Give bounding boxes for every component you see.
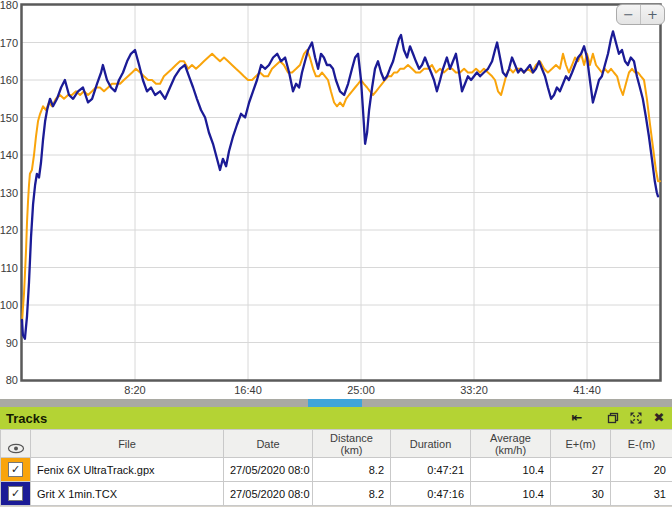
svg-text:160: 160 [0, 74, 18, 86]
table-row[interactable]: ✓Grit X 1min.TCX27/05/2020 08:08.20:47:1… [1, 482, 672, 506]
svg-text:110: 110 [0, 262, 18, 274]
visibility-checkbox[interactable]: ✓ [8, 462, 23, 477]
table-row[interactable]: ✓Fenix 6X UltraTrack.gpx27/05/2020 08:08… [1, 458, 672, 482]
column-header-date[interactable]: Date [224, 430, 313, 458]
cell-date: 27/05/2020 08:0 [224, 482, 313, 506]
chart-horizontal-scrollbar[interactable] [0, 399, 672, 407]
column-header-average[interactable]: Average (km/h) [471, 430, 551, 458]
column-header-eplus[interactable]: E+(m) [551, 430, 611, 458]
cell-average: 10.4 [471, 482, 551, 506]
close-icon[interactable]: ✖ [652, 411, 666, 425]
svg-text:140: 140 [0, 149, 18, 161]
collapse-left-icon[interactable]: ⇤ [570, 411, 584, 425]
track-comparison-chart: 18017016015014013012011010090808:2016:40… [0, 0, 672, 399]
cell-date: 27/05/2020 08:0 [224, 458, 313, 482]
svg-text:41:40: 41:40 [573, 384, 601, 396]
cell-eplus: 27 [551, 458, 611, 482]
tracks-table: File Date Distance (km) Duration Average… [0, 429, 672, 506]
maximize-icon[interactable] [629, 411, 643, 425]
table-header-row: File Date Distance (km) Duration Average… [1, 430, 672, 458]
cell-eminus: 20 [611, 458, 672, 482]
svg-text:120: 120 [0, 224, 18, 236]
svg-text:180: 180 [0, 0, 18, 11]
cell-duration: 0:47:16 [391, 482, 471, 506]
restore-window-icon[interactable] [606, 411, 620, 425]
svg-text:170: 170 [0, 37, 18, 49]
chart-canvas[interactable]: 18017016015014013012011010090808:2016:40… [0, 0, 672, 399]
visibility-checkbox[interactable]: ✓ [8, 486, 23, 501]
cell-file: Fenix 6X UltraTrack.gpx [31, 458, 224, 482]
column-header-distance[interactable]: Distance (km) [313, 430, 391, 458]
cell-duration: 0:47:21 [391, 458, 471, 482]
cell-average: 10.4 [471, 458, 551, 482]
cell-eplus: 30 [551, 482, 611, 506]
scrollbar-thumb[interactable] [308, 399, 362, 407]
svg-text:16:40: 16:40 [234, 384, 262, 396]
column-header-duration[interactable]: Duration [391, 430, 471, 458]
column-header-file[interactable]: File [31, 430, 224, 458]
tracks-panel-title: Tracks [6, 411, 47, 426]
zoom-in-button[interactable]: + [640, 5, 664, 24]
eye-icon [7, 443, 25, 454]
svg-text:25:00: 25:00 [347, 384, 375, 396]
cell-file: Grit X 1min.TCX [31, 482, 224, 506]
cell-eminus: 31 [611, 482, 672, 506]
cell-distance: 8.2 [313, 458, 391, 482]
svg-text:8:20: 8:20 [124, 384, 145, 396]
chart-zoom-control: − + [616, 4, 665, 25]
svg-text:33:20: 33:20 [460, 384, 488, 396]
svg-text:90: 90 [6, 337, 18, 349]
svg-text:80: 80 [6, 374, 18, 386]
cell-distance: 8.2 [313, 482, 391, 506]
zoom-out-button[interactable]: − [617, 5, 640, 24]
tracks-panel-titlebar: Tracks ⇤ [0, 407, 672, 429]
tracks-panel: Tracks ⇤ [0, 407, 672, 507]
svg-text:100: 100 [0, 299, 18, 311]
tracks-panel-toolbar: ⇤ [570, 411, 666, 425]
visibility-column-header[interactable] [1, 430, 31, 458]
svg-text:150: 150 [0, 112, 18, 124]
cell-visibility: ✓ [1, 482, 31, 506]
column-header-eminus[interactable]: E-(m) [611, 430, 672, 458]
cell-visibility: ✓ [1, 458, 31, 482]
svg-text:130: 130 [0, 187, 18, 199]
